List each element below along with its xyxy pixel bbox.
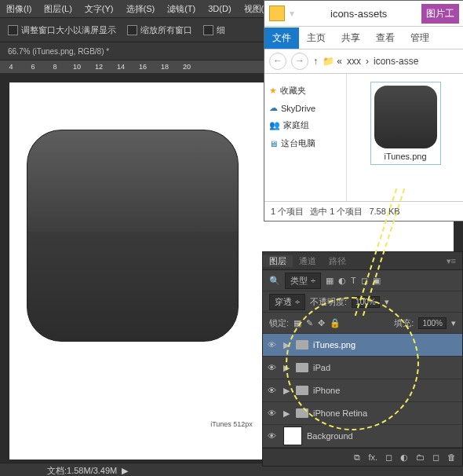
visibility-icon[interactable]: 👁 <box>268 408 279 418</box>
cloud-icon: ☁ <box>269 103 278 113</box>
new-layer-icon[interactable]: ◻ <box>432 452 439 463</box>
menu-layer[interactable]: 图层(L) <box>38 3 78 15</box>
nav-forward[interactable]: → <box>291 53 308 70</box>
layer-thumbnail <box>283 427 302 445</box>
filter-shape-icon[interactable]: ◻ <box>361 276 368 286</box>
option-fit-screen[interactable]: 调整窗口大小以满屏显示 <box>8 24 116 36</box>
folder-icon <box>296 386 308 395</box>
layer-row[interactable]: 👁▶iPad <box>263 357 462 379</box>
filter-type-dropdown[interactable]: 类型÷ <box>285 273 321 289</box>
filter-adjust-icon[interactable]: ◐ <box>338 276 346 286</box>
layer-row[interactable]: 👁▶iPhone Retina <box>263 402 462 425</box>
picture-tools-tab[interactable]: 图片工 <box>421 4 459 24</box>
lock-label: 锁定: <box>269 317 289 329</box>
breadcrumb-seg[interactable]: xxx <box>347 56 361 67</box>
layer-name: Background <box>307 431 353 441</box>
breadcrumb-folder-icon: 📁 « <box>323 56 342 67</box>
menu-filter[interactable]: 滤镜(T) <box>161 3 202 15</box>
expand-icon[interactable]: ▶ <box>283 340 291 350</box>
tab-channels[interactable]: 通道 <box>293 255 323 267</box>
visibility-icon[interactable]: 👁 <box>268 363 279 372</box>
qat-icon[interactable]: ▾ <box>290 8 294 19</box>
layer-fx-icon[interactable]: fx. <box>368 452 377 462</box>
icon-artwork <box>27 130 239 342</box>
visibility-icon[interactable]: 👁 <box>268 386 279 395</box>
menu-text[interactable]: 文字(Y) <box>78 3 120 15</box>
layer-name: iPhone <box>313 386 340 395</box>
lock-transparency-icon[interactable]: ▦ <box>293 318 301 328</box>
menu-image[interactable]: 图像(I) <box>0 3 38 15</box>
computer-icon: 🖥 <box>269 139 278 148</box>
ribbon-home[interactable]: 主页 <box>299 27 334 49</box>
layer-name: iPad <box>313 363 330 372</box>
visibility-icon[interactable]: 👁 <box>268 340 279 350</box>
folder-icon <box>269 5 285 21</box>
breadcrumb-seg[interactable]: icons-asse <box>374 56 418 67</box>
chevron-down-icon: ÷ <box>311 276 315 285</box>
filter-pixel-icon[interactable]: ▦ <box>326 276 334 286</box>
new-group-icon[interactable]: 🗀 <box>416 452 425 462</box>
layer-row[interactable]: 👁▶iPhone <box>263 379 462 402</box>
filter-type-icon[interactable]: T <box>351 276 356 285</box>
status-size: 7.58 KB <box>369 207 399 216</box>
nav-up-icon[interactable]: ↑ <box>313 56 318 67</box>
file-name: iTunes.png <box>374 152 437 161</box>
lock-all-icon[interactable]: 🔒 <box>330 318 341 328</box>
folder-icon <box>296 340 308 350</box>
fill-label: 填充: <box>394 317 414 329</box>
tab-paths[interactable]: 路径 <box>323 255 352 267</box>
option-detail[interactable]: 细 <box>203 24 225 36</box>
document-tab[interactable]: 66.7% (iTunes.png, RGB/8) * <box>8 47 109 56</box>
fill-value[interactable]: 100% <box>418 317 447 329</box>
checkbox-icon <box>127 25 137 35</box>
homegroup-icon: 👥 <box>269 120 280 130</box>
menu-select[interactable]: 选择(S) <box>120 3 162 15</box>
opacity-value[interactable]: 100% <box>352 296 380 308</box>
checkbox-icon <box>8 25 18 35</box>
adjustment-layer-icon[interactable]: ◐ <box>400 452 408 463</box>
window-title: icons-assets <box>330 8 387 20</box>
menu-3d[interactable]: 3D(D) <box>202 4 237 13</box>
panel-menu-icon[interactable]: ▾≡ <box>440 256 462 266</box>
status-selected: 选中 1 个项目 <box>310 206 363 218</box>
option-zoom-all[interactable]: 缩放所有窗口 <box>127 24 192 36</box>
expand-icon[interactable]: ▶ <box>283 386 291 396</box>
lock-paint-icon[interactable]: ✎ <box>306 318 313 328</box>
layer-mask-icon[interactable]: ◻ <box>385 452 392 463</box>
thumbnail-image <box>374 86 437 148</box>
ribbon-share[interactable]: 共享 <box>334 27 368 49</box>
status-item-count: 1 个项目 <box>271 206 304 218</box>
search-icon[interactable]: 🔍 <box>269 276 280 286</box>
expand-icon[interactable]: ▶ <box>283 363 291 373</box>
folder-icon <box>296 408 308 418</box>
nav-tree: ★收藏夹 ☁SkyDrive 👥家庭组 🖥这台电脑 <box>264 74 347 201</box>
filter-smart-icon[interactable]: ▣ <box>373 276 381 286</box>
star-icon: ★ <box>269 86 277 96</box>
layers-panel: 图层 通道 路径 ▾≡ 🔍 类型÷ ▦ ◐ T ◻ ▣ 穿透÷ 不透明度: 10… <box>262 251 463 467</box>
file-explorer-window: ▾ icons-assets 图片工 文件 主页 共享 查看 管理 ← → ↑ … <box>264 0 463 222</box>
visibility-icon[interactable]: 👁 <box>268 431 279 441</box>
delete-layer-icon[interactable]: 🗑 <box>447 452 456 462</box>
file-thumbnail[interactable]: iTunes.png <box>370 82 441 165</box>
tree-favorites[interactable]: ★收藏夹 <box>269 85 341 97</box>
ribbon-manage[interactable]: 管理 <box>403 27 437 49</box>
layer-name: iPhone Retina <box>313 408 367 418</box>
ribbon-view[interactable]: 查看 <box>368 27 403 49</box>
ribbon-file[interactable]: 文件 <box>264 27 299 49</box>
tree-skydrive[interactable]: ☁SkyDrive <box>269 103 341 113</box>
layer-row[interactable]: 👁Background <box>263 425 462 448</box>
tree-this-pc[interactable]: 🖥这台电脑 <box>269 137 341 149</box>
layer-name: iTunes.png <box>313 340 355 350</box>
opacity-label: 不透明度: <box>310 296 347 308</box>
blend-mode-dropdown[interactable]: 穿透÷ <box>269 294 305 310</box>
expand-icon[interactable]: ▶ <box>283 408 291 419</box>
chevron-down-icon: ÷ <box>295 297 300 306</box>
checkbox-icon <box>203 25 213 35</box>
nav-back[interactable]: ← <box>269 53 286 70</box>
folder-icon <box>296 363 308 372</box>
tab-layers[interactable]: 图层 <box>263 255 293 267</box>
tree-homegroup[interactable]: 👥家庭组 <box>269 119 341 131</box>
lock-position-icon[interactable]: ✥ <box>318 318 325 328</box>
layer-row[interactable]: 👁▶iTunes.png <box>263 334 462 357</box>
link-layers-icon[interactable]: ⧉ <box>354 452 360 463</box>
